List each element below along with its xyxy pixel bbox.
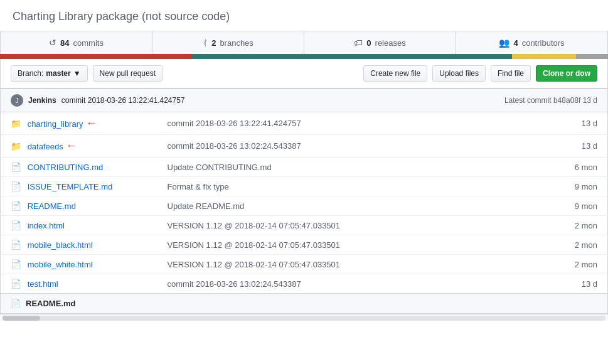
file-link[interactable]: index.html (28, 221, 65, 230)
file-message-cell: VERSION 1.12 @ 2018-02-14 07:05:47.03350… (157, 255, 526, 274)
file-name-cell: 📁 charting_library← (1, 112, 157, 135)
contributors-icon: 👥 (499, 38, 509, 48)
branch-button[interactable]: Branch: master ▼ (11, 65, 88, 82)
readme-label: README.md (26, 299, 75, 308)
file-link[interactable]: README.md (28, 201, 76, 211)
contributors-stat[interactable]: 👥 4 contributors (456, 31, 607, 54)
commit-author: Jenkins (28, 96, 56, 105)
toolbar: Branch: master ▼ New pull request Create… (0, 59, 608, 88)
file-message-cell: commit 2018-03-26 13:22:41.424757 (157, 112, 526, 135)
file-link[interactable]: mobile_black.html (28, 240, 93, 250)
releases-count: 0 (366, 38, 371, 48)
branches-icon: ᚰ (203, 38, 208, 48)
file-name-cell: 📄 CONTRIBUTING.md (1, 158, 157, 177)
file-time-cell: 2 mon (525, 255, 607, 274)
commit-header-left: J Jenkins commit 2018-03-26 13:22:41.424… (11, 94, 185, 107)
releases-stat[interactable]: 🏷 0 releases (304, 31, 456, 54)
branches-count: 2 (211, 38, 216, 48)
author-avatar: J (11, 94, 23, 107)
table-row: 📄 CONTRIBUTING.md Update CONTRIBUTING.md… (1, 158, 608, 177)
stats-bar: ↺ 84 commits ᚰ 2 branches 🏷 0 releases 👥… (0, 31, 608, 54)
branch-name: master (46, 69, 70, 78)
scrollbar-area[interactable] (0, 314, 608, 321)
file-icon: 📄 (11, 279, 21, 289)
arrow-icon: ← (86, 117, 97, 129)
file-name-cell: 📄 mobile_black.html (1, 235, 157, 255)
file-link[interactable]: mobile_white.html (28, 260, 93, 269)
file-time-cell: 13 d (525, 112, 607, 135)
releases-icon: 🏷 (354, 38, 363, 48)
file-link[interactable]: test.html (28, 279, 58, 289)
file-icon: 📄 (11, 181, 21, 191)
file-time-cell: 2 mon (525, 235, 607, 255)
scrollbar-track (3, 316, 605, 321)
folder-icon: 📁 (11, 141, 21, 151)
folder-icon: 📁 (11, 119, 21, 129)
scrollbar-thumb[interactable] (3, 316, 40, 321)
commits-count: 84 (60, 38, 69, 48)
file-name-cell: 📄 test.html (1, 274, 157, 294)
file-time-cell: 9 mon (525, 196, 607, 216)
table-row: 📄 mobile_white.html VERSION 1.12 @ 2018-… (1, 255, 608, 274)
file-link[interactable]: charting_library (28, 119, 83, 129)
upload-files-button[interactable]: Upload files (432, 65, 486, 82)
releases-label: releases (375, 38, 406, 48)
file-message-cell: Format & fix type (157, 177, 526, 196)
file-message-cell: Update CONTRIBUTING.md (157, 158, 526, 177)
file-link[interactable]: datafeeds (28, 142, 63, 151)
branch-chevron-icon: ▼ (73, 69, 81, 78)
file-name-cell: 📄 index.html (1, 216, 157, 235)
file-time-cell: 13 d (525, 135, 607, 158)
file-message-cell: commit 2018-03-26 13:02:24.543387 (157, 135, 526, 158)
commits-stat[interactable]: ↺ 84 commits (1, 31, 152, 54)
contributors-count: 4 (513, 38, 518, 48)
file-icon: 📄 (11, 220, 21, 230)
file-icon: 📄 (11, 259, 21, 269)
file-time-cell: 9 mon (525, 177, 607, 196)
progress-bar (0, 54, 608, 59)
progress-red (0, 54, 192, 59)
file-message-cell: VERSION 1.12 @ 2018-02-14 07:05:47.03350… (157, 235, 526, 255)
table-row: 📄 index.html VERSION 1.12 @ 2018-02-14 0… (1, 216, 608, 235)
commits-label: commits (73, 38, 104, 48)
progress-yellow (512, 54, 576, 59)
toolbar-right: Create new file Upload files Find file C… (363, 65, 597, 82)
file-message-cell: Update README.md (157, 196, 526, 216)
table-row: 📄 mobile_black.html VERSION 1.12 @ 2018-… (1, 235, 608, 255)
new-pull-request-button[interactable]: New pull request (93, 65, 163, 82)
table-row: 📁 charting_library← commit 2018-03-26 13… (1, 112, 608, 135)
find-file-button[interactable]: Find file (491, 65, 531, 82)
file-link[interactable]: ISSUE_TEMPLATE.md (28, 182, 113, 191)
repo-title: Charting Library package (not source cod… (0, 0, 608, 31)
table-row: 📄 test.html commit 2018-03-26 13:02:24.5… (1, 274, 608, 294)
file-time-cell: 2 mon (525, 216, 607, 235)
page-container: Charting Library package (not source cod… (0, 0, 608, 321)
file-table: 📁 charting_library← commit 2018-03-26 13… (0, 112, 608, 294)
commit-message: commit 2018-03-26 13:22:41.424757 (61, 96, 185, 105)
file-message-cell: VERSION 1.12 @ 2018-02-14 07:05:47.03350… (157, 216, 526, 235)
file-name-cell: 📄 mobile_white.html (1, 255, 157, 274)
table-row: 📄 ISSUE_TEMPLATE.md Format & fix type 9 … (1, 177, 608, 196)
table-row: 📄 README.md Update README.md 9 mon (1, 196, 608, 216)
branches-stat[interactable]: ᚰ 2 branches (152, 31, 304, 54)
arrow-icon: ← (66, 139, 77, 152)
branches-label: branches (220, 38, 253, 48)
commits-icon: ↺ (49, 38, 56, 48)
file-name-cell: 📄 ISSUE_TEMPLATE.md (1, 177, 157, 196)
file-time-cell: 13 d (525, 274, 607, 294)
file-message-cell: commit 2018-03-26 13:02:24.543387 (157, 274, 526, 294)
latest-commit: Latest commit b48a08f 13 d (504, 96, 597, 105)
progress-teal (192, 54, 512, 59)
file-icon: 📄 (11, 162, 21, 172)
file-name-cell: 📄 README.md (1, 196, 157, 216)
clone-button[interactable]: Clone or dow (536, 65, 597, 82)
table-row: 📁 datafeeds← commit 2018-03-26 13:02:24.… (1, 135, 608, 158)
file-icon: 📄 (11, 240, 21, 250)
branch-label: Branch: (18, 69, 43, 78)
file-icon: 📄 (11, 201, 21, 211)
file-link[interactable]: CONTRIBUTING.md (28, 163, 104, 172)
file-name-cell: 📁 datafeeds← (1, 135, 157, 158)
file-time-cell: 6 mon (525, 158, 607, 177)
create-file-button[interactable]: Create new file (363, 65, 427, 82)
contributors-label: contributors (522, 38, 565, 48)
